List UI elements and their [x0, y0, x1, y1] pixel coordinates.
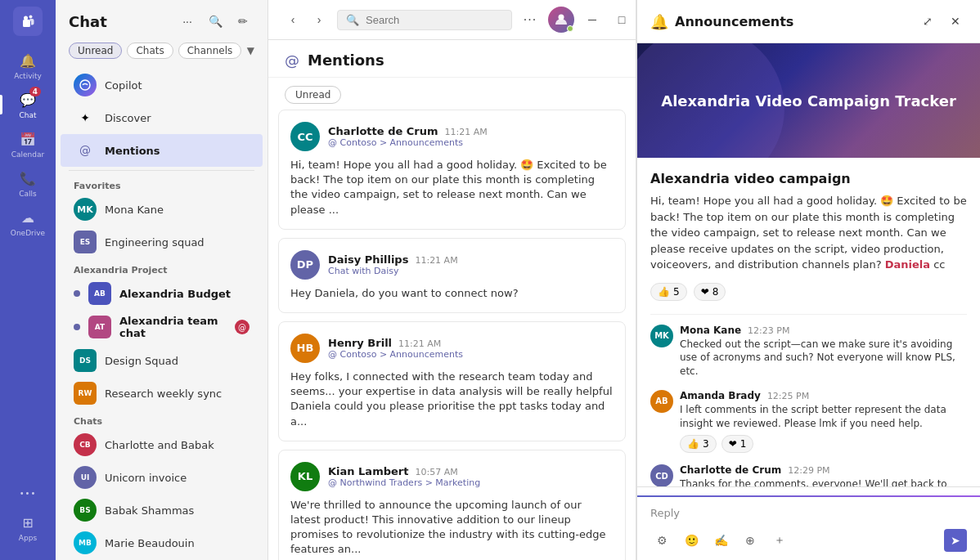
favorites-label: Favorites — [56, 174, 267, 193]
separator — [69, 170, 254, 171]
emoji-button[interactable]: 🙂 — [680, 529, 703, 552]
alex-budget-name: Alexandria Budget — [119, 288, 249, 300]
mentions-at-icon: @ — [285, 52, 299, 69]
compose-button[interactable]: ✏ — [232, 10, 254, 33]
comment-time-1: 12:25 PM — [767, 391, 809, 401]
sidebar-item-mona[interactable]: MK Mona Kane — [61, 193, 263, 226]
search-button[interactable]: 🔍 — [204, 10, 227, 33]
user-avatar[interactable] — [548, 7, 574, 33]
forward-button[interactable]: › — [308, 8, 330, 31]
filter-chats[interactable]: Chats — [127, 43, 173, 59]
comment-text-0: Checked out the script—can we make sure … — [680, 338, 967, 379]
reaction-emoji-0: 👍 — [658, 286, 670, 298]
sidebar-item-marie[interactable]: MB Marie Beaudouin — [61, 526, 263, 559]
minimize-button[interactable]: ─ — [581, 8, 604, 31]
engineering-name: Engineering squad — [105, 236, 249, 249]
nav-item-chat[interactable]: 💬 4 Chat — [0, 85, 56, 124]
mention-card-header-3: KL Kian Lambert 10:57 AM @ Northwind Tra… — [290, 462, 614, 491]
mention-source-3: @ Northwind Traders > Marketing — [328, 477, 614, 488]
mention-card-header-1: DP Daisy Phillips 11:21 AM Chat with Dai… — [290, 250, 614, 280]
nav-item-apps[interactable]: ⊞ Apps — [0, 508, 56, 547]
unicorn-name: Unicorn invoice — [105, 472, 249, 484]
reaction-emoji-1: ❤️ — [701, 286, 709, 298]
loop-button[interactable]: ⊕ — [739, 529, 762, 552]
discover-icon: ✦ — [74, 106, 97, 129]
mention-card-0: CC Charlotte de Crum 11:21 AM @ Contoso … — [278, 110, 626, 230]
marie-avatar: MB — [74, 531, 97, 554]
alex-chat-name: Alexandria team chat — [119, 315, 227, 339]
mentions-unread-chip[interactable]: Unread — [285, 86, 341, 104]
format-button[interactable]: ✍ — [709, 529, 732, 552]
attach-button[interactable]: ⚙ — [650, 529, 673, 552]
svg-point-1 — [29, 16, 33, 19]
sender-avatar-0: CC — [290, 122, 320, 151]
search-bar[interactable]: 🔍 — [337, 10, 512, 30]
sidebar: Chat ··· 🔍 ✏ Unread Chats Channels ▼ Cop… — [56, 0, 268, 560]
filter-arrow-icon[interactable]: ▼ — [247, 45, 254, 56]
announcement-body: Alexandria video campaign Hi, team! Hope… — [637, 158, 980, 486]
add-button[interactable]: ＋ — [768, 529, 791, 552]
mention-text-1: Hey Daniela, do you want to connect now? — [290, 286, 614, 301]
chats-label: Chats — [56, 410, 267, 428]
comment-reaction-1-1[interactable]: ❤️ 1 — [722, 435, 754, 453]
more-options-button[interactable]: ··· — [519, 8, 542, 31]
mona-avatar: MK — [74, 198, 97, 221]
charlotte-babak-name: Charlotte and Babak — [105, 439, 249, 451]
panel-expand-button[interactable]: ⤢ — [916, 10, 939, 33]
comment-header-1: Amanda Brady 12:25 PM — [680, 390, 967, 401]
copilot-label: Copilot — [105, 79, 249, 92]
mention-time-1: 11:21 AM — [415, 255, 457, 266]
reply-placeholder[interactable]: Reply — [650, 504, 967, 522]
sidebar-title: Chat — [69, 13, 107, 30]
nav-item-activity[interactable]: 🔔 Activity — [0, 46, 56, 85]
nav-item-more[interactable]: ••• — [0, 478, 56, 508]
research-name: Research weekly sync — [105, 388, 249, 400]
sidebar-item-copilot[interactable]: Copilot — [61, 69, 263, 101]
comment-reaction-1-0[interactable]: 👍 3 — [680, 435, 717, 453]
nav-rail: 🔔 Activity 💬 4 Chat 📅 Calendar 📞 Calls ☁… — [0, 0, 56, 560]
mention-text-2: Hey folks, I connected with the research… — [290, 370, 614, 429]
nav-item-onedrive[interactable]: ☁ OneDrive — [0, 203, 56, 242]
filter-unread[interactable]: Unread — [69, 43, 122, 59]
top-bar-right: ··· ─ □ ✕ — [519, 7, 636, 33]
sidebar-item-mentions[interactable]: @ Mentions — [61, 134, 263, 167]
nav-item-calendar[interactable]: 📅 Calendar — [0, 124, 56, 164]
research-avatar: RW — [74, 382, 97, 405]
mention-badge: @ — [235, 320, 249, 334]
mention-meta-2: Henry Brill 11:21 AM @ Contoso > Announc… — [328, 337, 614, 360]
chat-icon: 💬 4 — [18, 90, 38, 110]
reaction-1[interactable]: ❤️ 8 — [694, 283, 726, 301]
unread-dot — [74, 290, 80, 297]
sidebar-more-button[interactable]: ··· — [176, 10, 199, 33]
comment-avatar-1: AB — [650, 390, 673, 413]
announcement-banner: Alexandria Video Campaign Tracker — [637, 43, 980, 158]
search-input[interactable] — [366, 14, 503, 26]
back-button[interactable]: ‹ — [281, 8, 304, 31]
unicorn-avatar: UI — [74, 466, 97, 489]
babak-avatar: BS — [74, 499, 97, 522]
sidebar-item-alex-budget[interactable]: AB Alexandria Budget — [61, 277, 263, 310]
comment-2: CD Charlotte de Crum 12:29 PM Thanks for… — [650, 464, 967, 486]
unread-dot-2 — [74, 324, 80, 330]
maximize-button[interactable]: □ — [610, 8, 633, 31]
reaction-0[interactable]: 👍 5 — [650, 283, 687, 301]
sender-name-0: Charlotte de Crum — [328, 125, 438, 137]
sidebar-actions: ··· 🔍 ✏ — [176, 10, 254, 33]
sidebar-item-babak[interactable]: BS Babak Shammas — [61, 494, 263, 526]
sidebar-item-alex-chat[interactable]: AT Alexandria team chat @ — [61, 310, 263, 344]
filter-channels[interactable]: Channels — [178, 43, 242, 59]
sidebar-item-design[interactable]: DS Design Squad — [61, 344, 263, 377]
svg-rect-0 — [23, 20, 30, 27]
sidebar-item-charlotte-babak[interactable]: CB Charlotte and Babak — [61, 428, 263, 461]
nav-item-calls[interactable]: 📞 Calls — [0, 164, 56, 203]
reaction-count-1: 8 — [713, 286, 719, 298]
nav-arrows: ‹ › — [281, 8, 330, 31]
sidebar-item-engineering[interactable]: ES Engineering squad — [61, 226, 263, 258]
teams-logo — [13, 7, 43, 36]
panel-close-button[interactable]: ✕ — [944, 10, 967, 33]
sidebar-item-discover[interactable]: ✦ Discover — [61, 101, 263, 134]
comment-author-1: Amanda Brady — [680, 390, 761, 401]
sidebar-item-research[interactable]: RW Research weekly sync — [61, 377, 263, 410]
sidebar-item-unicorn[interactable]: UI Unicorn invoice — [61, 461, 263, 494]
send-button[interactable]: ➤ — [944, 529, 967, 552]
